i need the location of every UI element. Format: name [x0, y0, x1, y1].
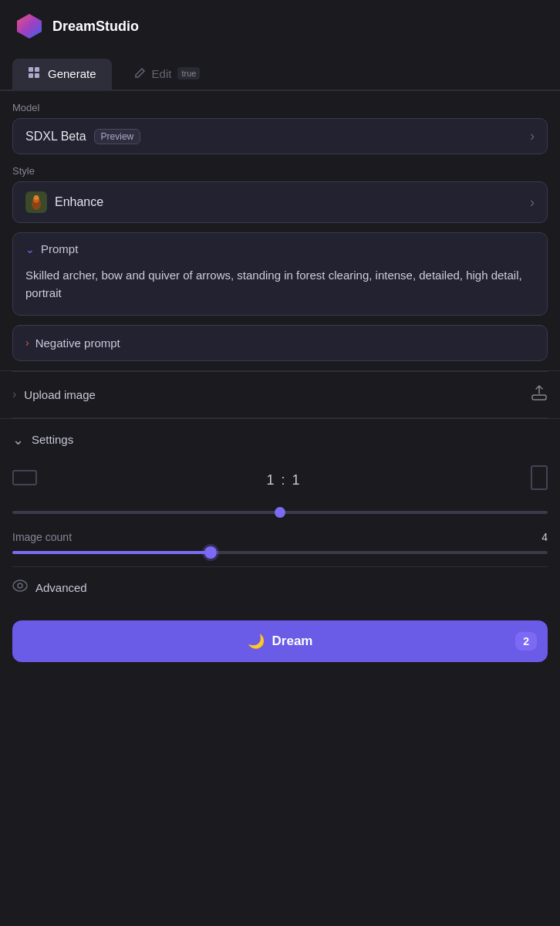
moon-icon: 🌙: [248, 633, 265, 650]
dream-button-container: 🌙 Dream 2: [0, 611, 560, 681]
svg-rect-4: [35, 73, 39, 78]
settings-header[interactable]: ⌄ Settings: [12, 419, 548, 459]
image-count-label: Image count: [12, 531, 72, 543]
prompt-header[interactable]: ⌄ Prompt: [13, 233, 547, 263]
app-title: DreamStudio: [52, 19, 139, 35]
svg-rect-3: [29, 73, 33, 78]
svg-rect-2: [35, 67, 39, 72]
tab-soon-badge: true: [177, 67, 200, 79]
image-count-slider-fill: [12, 551, 211, 554]
grid-icon: [28, 66, 42, 80]
style-thumbnail: [25, 191, 47, 213]
dream-credits-badge: 2: [515, 632, 537, 651]
style-name: Enhance: [55, 195, 103, 209]
svg-marker-0: [17, 14, 42, 39]
aspect-wide-icon: [12, 467, 37, 494]
model-badge: Preview: [94, 129, 141, 144]
image-count-slider-thumb[interactable]: [204, 546, 217, 559]
svg-point-12: [13, 580, 27, 591]
eye-icon: [12, 580, 28, 596]
advanced-label: Advanced: [35, 581, 87, 594]
svg-rect-1: [29, 67, 33, 72]
aspect-tall-icon: [531, 465, 548, 495]
tab-edit[interactable]: Edit true: [118, 59, 216, 90]
aspect-ratio-slider-wrapper: [12, 508, 548, 520]
model-label: Model: [12, 91, 548, 118]
dream-button-label: Dream: [272, 634, 313, 649]
svg-rect-10: [13, 471, 36, 485]
image-count-slider[interactable]: [12, 551, 548, 554]
aspect-ratio-container: 1 : 1: [12, 459, 548, 508]
prompt-text[interactable]: Skilled archer, bow and quiver of arrows…: [13, 263, 547, 315]
model-name: SDXL Beta: [25, 130, 86, 144]
tab-generate[interactable]: Generate: [12, 59, 112, 90]
advanced-row[interactable]: Advanced: [12, 566, 548, 611]
image-count-row: Image count 4: [12, 520, 548, 548]
aspect-ratio-slider[interactable]: [12, 511, 548, 514]
logo-icon: [15, 12, 43, 40]
upload-export-icon[interactable]: [531, 384, 548, 405]
style-chevron-right-icon: ›: [530, 194, 535, 211]
tab-generate-label: Generate: [48, 67, 96, 80]
tab-edit-label: Edit: [152, 67, 172, 80]
upload-section: › Upload image: [0, 371, 560, 418]
style-label: Style: [12, 154, 548, 181]
style-selector[interactable]: Enhance ›: [12, 181, 548, 223]
app-header: DreamStudio: [0, 0, 560, 52]
negative-prompt-label: Negative prompt: [35, 336, 120, 350]
negative-prompt-header[interactable]: › Negative prompt: [13, 326, 547, 360]
svg-point-8: [34, 195, 39, 200]
upload-image-row[interactable]: › Upload image: [12, 371, 548, 418]
model-chevron-right-icon: ›: [530, 128, 535, 144]
aspect-ratio-thumb[interactable]: [275, 507, 285, 518]
prompt-label: Prompt: [41, 242, 78, 255]
tab-bar: Generate Edit true: [0, 52, 560, 90]
aspect-ratio-label: 1 : 1: [266, 472, 301, 488]
settings-chevron-down-icon: ⌄: [12, 431, 24, 448]
prompt-box: ⌄ Prompt Skilled archer, bow and quiver …: [12, 232, 548, 316]
settings-section: ⌄ Settings 1 : 1 Image count 4: [0, 419, 560, 611]
dream-button[interactable]: 🌙 Dream 2: [12, 620, 548, 662]
negative-prompt-chevron-icon: ›: [25, 336, 29, 349]
svg-rect-9: [532, 395, 546, 400]
prompt-chevron-down-icon: ⌄: [25, 243, 35, 255]
main-content: Model SDXL Beta Preview › Style Enhance …: [0, 91, 560, 361]
edit-icon: [133, 67, 146, 79]
image-count-value: 4: [541, 531, 548, 543]
image-count-slider-wrapper: [12, 548, 548, 566]
svg-point-13: [18, 583, 22, 588]
negative-prompt-box: › Negative prompt: [12, 325, 548, 361]
svg-rect-11: [531, 466, 547, 489]
model-selector[interactable]: SDXL Beta Preview ›: [12, 118, 548, 154]
settings-label: Settings: [32, 433, 73, 446]
upload-chevron-icon: ›: [12, 387, 16, 401]
upload-label: Upload image: [24, 388, 96, 401]
